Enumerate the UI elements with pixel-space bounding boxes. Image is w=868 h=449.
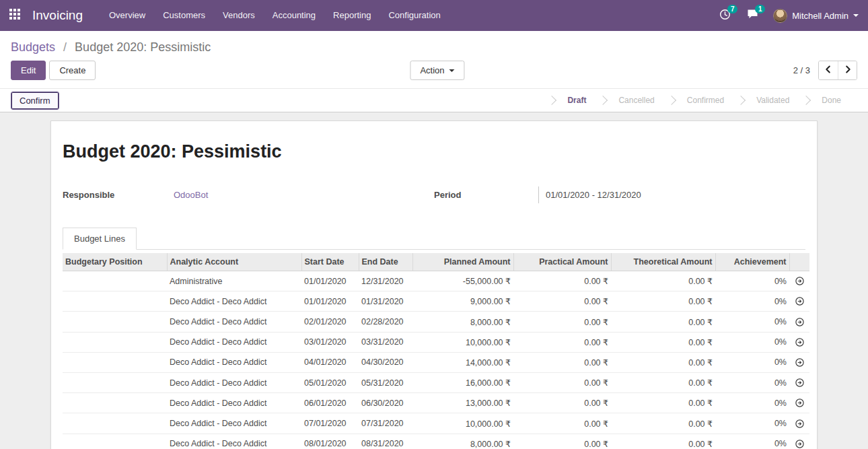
cell-practical-amount: 0.00 ₹: [513, 312, 611, 332]
cell-planned-amount: 9,000.00 ₹: [412, 291, 513, 312]
status-step[interactable]: Cancelled: [602, 89, 670, 112]
header-end-date[interactable]: End Date: [359, 253, 412, 271]
cell-start-date: 07/01/2020: [301, 413, 359, 434]
cell-end-date: 07/31/2020: [359, 413, 412, 434]
statusbar: Confirm DraftCancelledConfirmedValidated…: [0, 88, 868, 112]
navbar-menu: OverviewCustomersVendorsAccountingReport…: [100, 0, 449, 31]
cell-analytic-account: Deco Addict - Deco Addict: [167, 291, 301, 312]
cell-planned-amount: 10,000.00 ₹: [412, 332, 513, 352]
open-entries-button[interactable]: [789, 393, 809, 413]
navbar-menu-item[interactable]: Customers: [154, 0, 214, 31]
tab-budget-lines[interactable]: Budget Lines: [63, 228, 137, 250]
arrow-circle-icon: [795, 378, 805, 387]
header-achievement[interactable]: Achievement: [715, 253, 789, 271]
budget-line-row[interactable]: Deco Addict - Deco Addict 07/01/2020 07/…: [63, 413, 809, 434]
cell-achievement: 0%: [715, 291, 789, 312]
navbar-menu-item[interactable]: Accounting: [264, 0, 324, 31]
header-theoretical-amount[interactable]: Theoretical Amount: [611, 253, 715, 271]
confirm-button[interactable]: Confirm: [11, 92, 59, 110]
cell-planned-amount: 13,000.00 ₹: [412, 393, 513, 413]
cell-achievement: 0%: [715, 434, 789, 449]
cell-planned-amount: 16,000.00 ₹: [412, 373, 513, 393]
navbar-menu-item[interactable]: Vendors: [214, 0, 264, 31]
open-entries-button[interactable]: [789, 312, 809, 332]
open-entries-button[interactable]: [789, 271, 809, 291]
open-entries-button[interactable]: [789, 434, 809, 449]
chevron-down-icon: [853, 14, 859, 17]
status-pipeline: DraftCancelledConfirmedValidatedDone: [551, 89, 868, 112]
open-entries-button[interactable]: [789, 352, 809, 372]
budget-line-row[interactable]: Administrative 01/01/2020 12/31/2020 -55…: [63, 271, 809, 291]
cell-analytic-account: Deco Addict - Deco Addict: [167, 312, 301, 332]
edit-button[interactable]: Edit: [11, 61, 46, 80]
budget-line-row[interactable]: Deco Addict - Deco Addict 02/01/2020 02/…: [63, 312, 809, 332]
pager-previous-button[interactable]: [819, 61, 838, 79]
create-button[interactable]: Create: [49, 61, 96, 80]
budget-line-row[interactable]: Deco Addict - Deco Addict 03/01/2020 03/…: [63, 332, 809, 352]
user-menu[interactable]: Mitchell Admin: [773, 9, 859, 23]
apps-grid-icon: [9, 9, 20, 22]
cell-planned-amount: 8,000.00 ₹: [412, 312, 513, 332]
cell-start-date: 01/01/2020: [301, 271, 359, 291]
header-budgetary-position[interactable]: Budgetary Position: [63, 253, 167, 271]
navbar-menu-item[interactable]: Configuration: [379, 0, 449, 31]
pager-buttons: [818, 61, 857, 80]
messages-button[interactable]: 1: [739, 0, 766, 31]
header-start-date[interactable]: Start Date: [301, 253, 359, 271]
status-step[interactable]: Validated: [740, 89, 805, 112]
cell-start-date: 06/01/2020: [301, 393, 359, 413]
cell-practical-amount: 0.00 ₹: [513, 332, 611, 352]
open-entries-button[interactable]: [789, 373, 809, 393]
budget-line-row[interactable]: Deco Addict - Deco Addict 06/01/2020 06/…: [63, 393, 809, 413]
cell-planned-amount: 8,000.00 ₹: [412, 434, 513, 449]
action-dropdown-button[interactable]: Action: [410, 61, 464, 80]
arrow-circle-icon: [795, 357, 805, 367]
pager: 2 / 3: [793, 61, 857, 80]
cell-analytic-account: Deco Addict - Deco Addict: [167, 413, 301, 434]
open-entries-button[interactable]: [789, 332, 809, 352]
activity-count-badge: 7: [727, 5, 737, 13]
avatar: [773, 9, 787, 23]
status-step[interactable]: Done: [805, 89, 857, 112]
cell-theoretical-amount: 0.00 ₹: [611, 434, 715, 449]
header-analytic-account[interactable]: Analytic Account: [167, 253, 301, 271]
user-name: Mitchell Admin: [792, 11, 848, 21]
cell-start-date: 01/01/2020: [301, 291, 359, 312]
status-step[interactable]: Draft: [551, 89, 602, 112]
field-responsible: Responsible OdooBot: [63, 186, 434, 203]
budget-line-row[interactable]: Deco Addict - Deco Addict 08/01/2020 08/…: [63, 434, 809, 449]
budget-line-row[interactable]: Deco Addict - Deco Addict 05/01/2020 05/…: [63, 373, 809, 393]
budget-line-row[interactable]: Deco Addict - Deco Addict 01/01/2020 01/…: [63, 291, 809, 312]
header-planned-amount[interactable]: Planned Amount: [412, 253, 513, 271]
cell-theoretical-amount: 0.00 ₹: [611, 332, 715, 352]
status-step[interactable]: Confirmed: [671, 89, 740, 112]
period-value: 01/01/2020 - 12/31/2020: [538, 186, 641, 203]
cell-end-date: 03/31/2020: [359, 332, 412, 352]
open-entries-button[interactable]: [789, 291, 809, 312]
apps-menu-button[interactable]: [0, 0, 30, 31]
form-view-area: Budget 2020: Pessimistic Responsible Odo…: [0, 112, 868, 449]
cell-budgetary-position: [63, 373, 167, 393]
header-practical-amount[interactable]: Practical Amount: [513, 253, 611, 271]
pager-next-button[interactable]: [838, 61, 857, 79]
activities-button[interactable]: 7: [711, 0, 739, 31]
cell-analytic-account: Deco Addict - Deco Addict: [167, 332, 301, 352]
cell-analytic-account: Deco Addict - Deco Addict: [167, 352, 301, 372]
breadcrumb-parent[interactable]: Budgets: [11, 40, 55, 54]
navbar-menu-item[interactable]: Overview: [100, 0, 154, 31]
cell-budgetary-position: [63, 352, 167, 372]
chevron-right-icon: [843, 65, 853, 76]
budget-line-row[interactable]: Deco Addict - Deco Addict 04/01/2020 04/…: [63, 352, 809, 372]
responsible-value[interactable]: OdooBot: [167, 186, 208, 203]
breadcrumb-current: Budget 2020: Pessimistic: [75, 40, 211, 54]
cell-theoretical-amount: 0.00 ₹: [611, 393, 715, 413]
cell-start-date: 08/01/2020: [301, 434, 359, 449]
cell-budgetary-position: [63, 271, 167, 291]
period-label: Period: [434, 186, 538, 203]
open-entries-button[interactable]: [789, 413, 809, 434]
navbar-menu-item[interactable]: Reporting: [324, 0, 379, 31]
pager-value[interactable]: 2 / 3: [793, 65, 810, 75]
app-name[interactable]: Invoicing: [32, 8, 83, 23]
cell-analytic-account: Deco Addict - Deco Addict: [167, 434, 301, 449]
arrow-circle-icon: [795, 418, 805, 427]
